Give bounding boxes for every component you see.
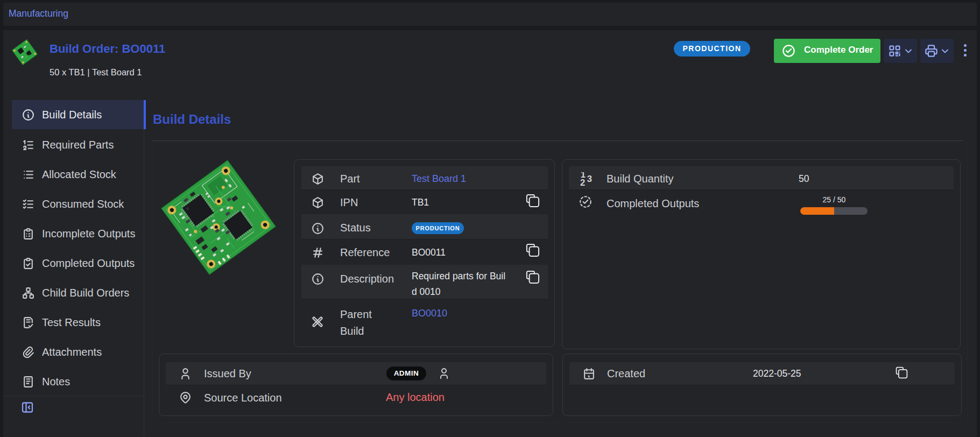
- svg-text:3: 3: [587, 174, 592, 184]
- svg-text:2: 2: [580, 178, 585, 186]
